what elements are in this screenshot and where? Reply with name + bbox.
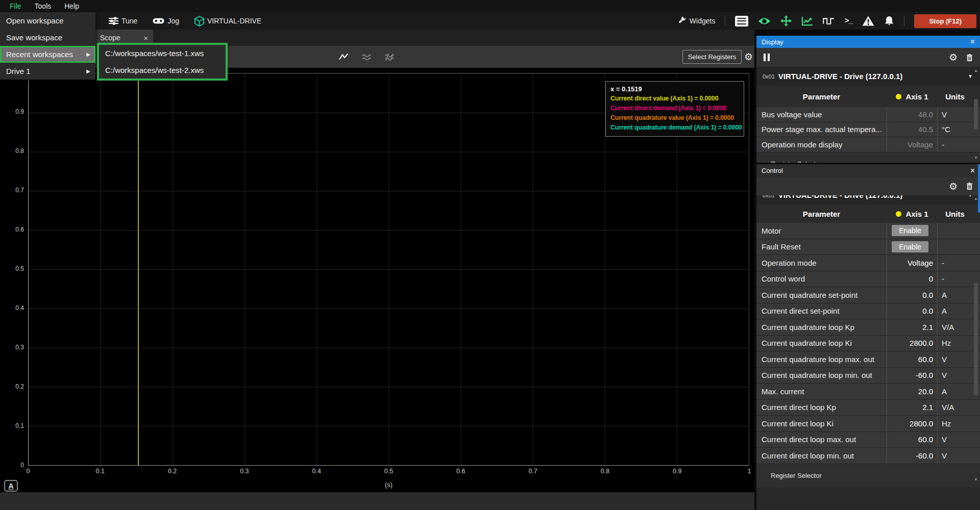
parameter-value-cell[interactable]: 60.0	[887, 351, 938, 367]
trend-chart-icon[interactable]	[801, 16, 813, 26]
widgets-button[interactable]: Widgets	[678, 17, 716, 25]
x-tick-label: 0.6	[451, 468, 471, 476]
parameter-value[interactable]: 20.0	[918, 387, 933, 396]
parameter-name: Current quadrature loop max. out	[756, 351, 887, 367]
scroll-thumb[interactable]	[974, 99, 978, 130]
scroll-down-icon[interactable]: ▼	[974, 477, 978, 482]
parameter-value[interactable]: 60.0	[918, 355, 933, 364]
control-table-body: Motor Enable Fault Reset Enable Operatio…	[756, 223, 980, 464]
table-row: Current quadrature loop Ki 2800.0 Hz	[756, 336, 980, 352]
parameter-value-cell[interactable]: 2.1	[887, 319, 938, 335]
parameter-name: Bus voltage value	[756, 107, 887, 122]
y-tick-label: 0.4	[0, 304, 24, 312]
y-tick-label: 0.6	[0, 226, 24, 234]
tune-button[interactable]: Tune	[109, 17, 137, 25]
x-tick-label: 0.9	[667, 468, 688, 476]
file-menu-item[interactable]: Open workspace ▶	[0, 12, 95, 29]
parameter-value-cell[interactable]: 2.1	[887, 400, 938, 416]
parameter-value-cell[interactable]: 0	[887, 271, 938, 287]
menubar-item[interactable]: File	[3, 0, 28, 12]
recent-workspace-item[interactable]: C:/workspaces/ws-test-2.xws	[99, 62, 226, 79]
parameter-value[interactable]: 0.0	[922, 307, 933, 315]
scope-settings-gear-icon[interactable]: ⚙	[744, 46, 753, 68]
parameter-value[interactable]: 2.1	[922, 403, 933, 412]
parameter-value[interactable]: 2800.0	[910, 339, 933, 347]
drive-selector-clipped[interactable]: 0x01 VIRTUAL-DRIVE - Drive (127.0.0.1) ▼	[756, 195, 980, 205]
scope-view-toggles	[339, 46, 395, 68]
control-scrollbar[interactable]: ▲ ▼	[973, 196, 979, 482]
enable-button[interactable]: Enable	[892, 241, 928, 252]
parameter-value-cell[interactable]: Enable	[887, 223, 938, 239]
parameter-value[interactable]: 0	[929, 274, 933, 283]
close-icon[interactable]: ×	[970, 37, 975, 46]
parameter-value-cell[interactable]: 0.0	[887, 303, 938, 319]
trash-icon[interactable]	[966, 54, 973, 62]
file-menu-item[interactable]: Save workspace ▶	[0, 29, 95, 46]
parameter-value[interactable]: -60.0	[916, 371, 933, 379]
close-icon[interactable]: ×	[970, 166, 975, 175]
move-icon[interactable]	[780, 15, 792, 27]
parameter-value-cell[interactable]: Enable	[887, 239, 938, 255]
display-scrollbar[interactable]: ▲ ▼	[973, 68, 979, 160]
scroll-up-icon[interactable]: ▲	[974, 68, 978, 73]
overlay-plots-icon[interactable]	[384, 53, 395, 61]
parameter-value-cell[interactable]: 0.0	[887, 287, 938, 303]
parameter-value-cell[interactable]: 60.0	[887, 432, 938, 448]
cursor-line[interactable]	[138, 73, 139, 465]
parameter-value-cell[interactable]: 20.0	[887, 384, 938, 399]
tooltip-series-line: Current direct demand (Axis 1) = 0.0000	[610, 104, 739, 113]
gear-icon[interactable]: ⚙	[949, 182, 958, 191]
register-selector-section[interactable]: Register Selector	[756, 464, 980, 488]
pause-icon[interactable]	[764, 54, 770, 61]
display-panel-header[interactable]: Display ×	[756, 36, 980, 48]
parameter-value[interactable]: 60.0	[918, 435, 933, 444]
control-panel-title: Control	[762, 167, 783, 174]
tab-close-icon[interactable]: ×	[143, 34, 148, 42]
scroll-up-icon[interactable]: ▲	[974, 196, 978, 201]
select-registers-button[interactable]: Select Registers	[682, 50, 742, 64]
recent-workspace-item[interactable]: C:/workspaces/ws-test-1.xws	[99, 45, 226, 62]
split-plots-icon[interactable]	[361, 53, 372, 61]
register-selector-clipped[interactable]: Register Selector	[756, 152, 980, 163]
scroll-thumb[interactable]	[974, 283, 978, 395]
parameter-value-cell[interactable]: 2800.0	[887, 416, 938, 431]
parameter-value-cell[interactable]: 2800.0	[887, 336, 938, 351]
parameter-name: Motor	[756, 223, 887, 239]
column-parameter: Parameter	[756, 92, 887, 101]
parameter-value[interactable]: -60.0	[916, 451, 933, 460]
parameter-value[interactable]: 2800.0	[910, 419, 933, 428]
file-menu-item[interactable]: Recent workspaces ▶	[0, 46, 95, 63]
control-panel-header[interactable]: Control ×	[756, 164, 980, 177]
terminal-icon[interactable]: >_	[844, 17, 852, 26]
square-wave-icon[interactable]	[823, 17, 835, 25]
parameter-value[interactable]: 2.1	[922, 323, 933, 332]
menubar-item[interactable]: Tools	[28, 0, 58, 12]
table-row: Fault Reset Enable	[756, 239, 980, 256]
y-tick-label: 0.2	[0, 383, 24, 391]
jog-button[interactable]: Jog	[153, 17, 179, 25]
stop-button[interactable]: Stop (F12)	[914, 14, 976, 28]
registers-list-icon[interactable]	[735, 16, 748, 27]
drive-button[interactable]: VIRTUAL-DRIVE	[194, 16, 261, 27]
warning-icon[interactable]	[862, 16, 874, 26]
parameter-value-cell[interactable]: -60.0	[887, 448, 938, 464]
autoscale-button[interactable]: A	[4, 480, 18, 492]
sidebar-scroll-accent	[978, 164, 980, 213]
enable-button[interactable]: Enable	[892, 225, 928, 236]
parameter-value[interactable]: Voltage	[908, 259, 933, 267]
parameter-value[interactable]: 0.0	[922, 291, 933, 299]
single-plot-icon[interactable]	[339, 53, 349, 61]
drive-selector[interactable]: 0x01 VIRTUAL-DRIVE - Drive (127.0.0.1) ▼	[756, 67, 980, 86]
gear-icon[interactable]: ⚙	[949, 53, 958, 62]
scroll-down-icon[interactable]: ▼	[974, 156, 978, 160]
parameter-value-cell[interactable]: -60.0	[887, 368, 938, 384]
menubar-item[interactable]: Help	[58, 0, 86, 12]
table-row: Current quadrature loop max. out 60.0 V	[756, 351, 980, 368]
file-menu-item[interactable]: Drive 1 ▶	[0, 63, 95, 80]
bell-icon[interactable]	[884, 16, 894, 26]
trash-icon[interactable]	[966, 182, 973, 190]
eye-icon[interactable]	[758, 17, 771, 25]
sliders-icon	[109, 17, 118, 25]
chevron-down-icon[interactable]: ▼	[968, 73, 973, 79]
parameter-value-cell[interactable]: Voltage	[887, 255, 938, 271]
